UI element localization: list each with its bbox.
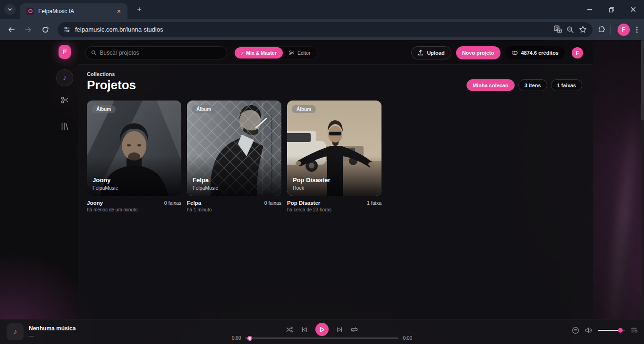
album-cover[interactable]: Álbum Pop Disaster Rock (287, 101, 381, 196)
new-tab-button[interactable]: + (134, 4, 144, 15)
music-note-icon: ♪ (13, 327, 17, 336)
restore-button[interactable] (601, 0, 622, 19)
upload-icon (418, 50, 424, 56)
chevron-down-icon (7, 7, 13, 12)
music-note-icon: ♪ (241, 50, 243, 56)
app-background: F ♪ ♪ Mix & Master (0, 40, 644, 344)
project-card[interactable]: Álbum Pop Disaster Rock Pop Disaster 1 f… (287, 101, 381, 212)
mode-mix-master[interactable]: ♪ Mix & Master (235, 47, 283, 59)
page-title: Projetos (87, 78, 136, 92)
progress-slider[interactable] (246, 337, 399, 339)
close-window-button[interactable] (622, 0, 644, 19)
volume-controls (572, 327, 638, 334)
cover-subtitle: FelpaMusic (93, 185, 118, 191)
now-playing-title: Nenhuma música (29, 325, 76, 332)
now-playing: ♪ Nenhuma música — (7, 323, 76, 340)
window-controls (579, 0, 644, 19)
next-button[interactable] (337, 327, 343, 333)
user-avatar[interactable]: F (569, 45, 585, 61)
upload-button[interactable]: Upload (411, 46, 451, 59)
library-icon (60, 122, 69, 131)
project-name: Pop Disaster (287, 200, 320, 206)
sidebar-item-library[interactable] (60, 122, 69, 131)
music-note-icon: ♪ (63, 73, 67, 83)
browser-tab[interactable]: FelpaMusic IA × (20, 3, 127, 19)
project-updated: há menos de um minuto (87, 207, 181, 212)
extensions-icon[interactable] (597, 25, 606, 34)
project-card[interactable]: Álbum Felpa FelpaMusic Felpa 0 faixas há… (187, 101, 281, 212)
translate-icon[interactable]: G (554, 25, 562, 34)
progress-thumb[interactable] (248, 336, 253, 341)
volume-thumb[interactable] (618, 328, 623, 333)
tab-title: FelpaMusic IA (38, 8, 115, 15)
play-button[interactable] (315, 323, 329, 336)
url-text: felpamusic.com.br/lunna-studios (75, 26, 549, 33)
elapsed-time: 0:00 (232, 336, 241, 341)
sidebar-item-editor[interactable] (60, 96, 69, 104)
app-header: ♪ Mix & Master Editor Upload Novo projet… (78, 41, 593, 65)
site-settings-icon[interactable] (63, 26, 70, 33)
player-controls (286, 323, 358, 336)
progress-row: 0:00 0:00 (232, 336, 412, 341)
mode-toggle: ♪ Mix & Master Editor (233, 46, 318, 59)
collection-filters: Minha colecao 3 itens 1 faixas (466, 79, 582, 91)
tab-search-button[interactable] (4, 4, 16, 15)
tab-favicon-icon (26, 8, 34, 15)
album-badge: Álbum (292, 105, 316, 113)
album-cover[interactable]: Álbum Joony FelpaMusic (87, 101, 181, 196)
credits-badge[interactable]: 4874.6 créditos (505, 46, 565, 59)
browser-profile-avatar[interactable]: F (618, 24, 630, 36)
project-name: Felpa (187, 200, 201, 206)
scissors-icon (60, 96, 69, 104)
project-name: Joony (87, 200, 103, 206)
total-time: 0:00 (403, 336, 412, 341)
main-panel: ♪ Mix & Master Editor Upload Novo projet… (78, 41, 593, 319)
search-input[interactable] (100, 50, 221, 56)
project-card[interactable]: Álbum Joony FelpaMusic Joony 0 faixas há… (87, 101, 181, 212)
collections-section: Collections Projetos Minha colecao 3 ite… (78, 65, 593, 212)
scissors-icon (289, 50, 295, 56)
project-updated: há cerca de 23 horas (287, 207, 381, 212)
bookmark-star-icon[interactable] (579, 25, 587, 34)
forward-button[interactable] (21, 22, 36, 37)
project-track-count: 0 faixas (164, 200, 181, 206)
previous-button[interactable] (301, 327, 307, 333)
shuffle-button[interactable] (286, 327, 293, 333)
project-updated: há 1 minuto (187, 207, 281, 212)
sidebar-divider (58, 112, 72, 112)
back-button[interactable] (4, 22, 19, 37)
browser-toolbar: felpamusic.com.br/lunna-studios G F (0, 19, 644, 40)
volume-icon[interactable] (585, 327, 592, 334)
coins-icon (511, 50, 518, 56)
cover-title: Pop Disaster (293, 176, 330, 184)
now-playing-subtitle: — (29, 333, 76, 338)
search-icon (91, 50, 96, 56)
volume-slider[interactable] (598, 330, 625, 331)
sidebar-item-projects[interactable]: ♪ (56, 69, 73, 86)
tab-strip: FelpaMusic IA × + (0, 0, 644, 19)
reload-button[interactable] (38, 22, 53, 37)
mode-editor[interactable]: Editor (283, 47, 316, 59)
browser-menu-icon[interactable] (634, 26, 640, 34)
app-logo[interactable]: F (59, 45, 71, 59)
new-project-button[interactable]: Novo projeto (456, 46, 500, 59)
tab-close-icon[interactable]: × (115, 7, 123, 16)
filter-items-count[interactable]: 3 itens (518, 79, 547, 91)
album-badge: Álbum (92, 105, 116, 113)
volume-fill (598, 330, 620, 331)
toolbar-divider (610, 25, 611, 34)
search-box[interactable] (85, 46, 227, 59)
album-badge: Álbum (192, 105, 216, 113)
album-cover[interactable]: Álbum Felpa FelpaMusic (187, 101, 281, 196)
filter-tracks-count[interactable]: 1 faixas (551, 79, 582, 91)
stream-icon[interactable] (572, 327, 579, 334)
queue-icon[interactable] (631, 327, 638, 334)
repeat-button[interactable] (351, 327, 358, 333)
collections-eyebrow: Collections (87, 71, 136, 77)
minimize-button[interactable] (579, 0, 601, 19)
filter-my-collection[interactable]: Minha colecao (466, 79, 515, 91)
zoom-icon[interactable] (567, 26, 574, 34)
cover-title: Felpa (193, 176, 209, 184)
page-scrollbar[interactable] (641, 40, 644, 344)
address-bar[interactable]: felpamusic.com.br/lunna-studios G (58, 22, 593, 37)
